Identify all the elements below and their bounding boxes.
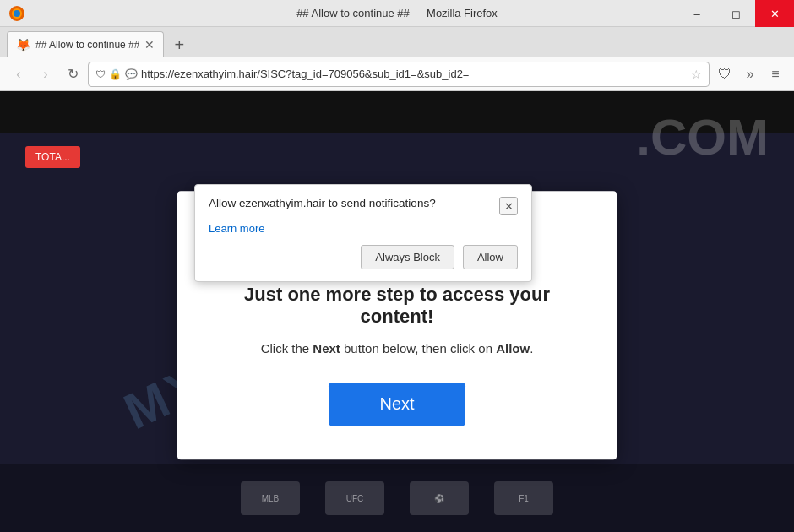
subtext-middle: button below, then click on	[340, 341, 496, 356]
tab-close-button[interactable]: ✕	[144, 38, 155, 52]
window-title: ## Allow to continue ## — Mozilla Firefo…	[296, 7, 498, 19]
subtext-next-bold: Next	[313, 341, 340, 356]
subtext-suffix: .	[530, 341, 533, 356]
bookmark-star-icon[interactable]: ☆	[691, 68, 702, 81]
protection-icon: 🛡	[95, 68, 106, 80]
popup-close-button[interactable]: ✕	[499, 197, 518, 215]
url-text: https://ezenxathyim.hair/SISC?tag_id=709…	[141, 68, 688, 80]
modal-heading: Just one more step to access your conten…	[211, 284, 583, 328]
subscribe-button: TOTA...	[25, 146, 80, 168]
active-tab[interactable]: 🦊 ## Allow to continue ## ✕	[7, 31, 164, 57]
popup-buttons: Always Block Allow	[209, 245, 518, 269]
page-background: .COM MYANTISPYWARE TOTA... MLB UFC ⚽ F1 …	[0, 91, 794, 532]
window-controls: – ◻ ✕	[677, 0, 794, 27]
popup-title: Allow ezenxathyim.hair to send notificat…	[209, 197, 499, 209]
restore-button[interactable]: ◻	[716, 0, 755, 27]
firefox-logo	[8, 5, 25, 22]
tab-title: ## Allow to continue ##	[35, 39, 139, 51]
address-bar[interactable]: 🛡 🔒 💬 https://ezenxathyim.hair/SISC?tag_…	[88, 62, 710, 87]
notification-permission-icon: 💬	[125, 68, 138, 80]
minimize-button[interactable]: –	[677, 0, 716, 27]
toolbar-right: 🛡 » ≡	[713, 62, 787, 86]
svg-point-2	[14, 10, 20, 17]
logo-mlb: MLB	[241, 481, 300, 515]
title-bar: ## Allow to continue ## — Mozilla Firefo…	[0, 0, 794, 27]
logo-ufc: UFC	[325, 481, 384, 515]
forward-button[interactable]: ›	[34, 62, 57, 86]
popup-header: Allow ezenxathyim.hair to send notificat…	[209, 197, 518, 215]
tab-bar: 🦊 ## Allow to continue ## ✕ +	[0, 27, 794, 57]
close-button[interactable]: ✕	[755, 0, 794, 27]
lock-icon: 🔒	[109, 68, 122, 80]
new-tab-button[interactable]: +	[167, 33, 191, 57]
learn-more-link[interactable]: Learn more	[209, 222, 518, 235]
allow-button[interactable]: Allow	[463, 245, 518, 269]
toolbar: ‹ › ↻ 🛡 🔒 💬 https://ezenxathyim.hair/SIS…	[0, 57, 794, 91]
browser-window: ## Allow to continue ## — Mozilla Firefo…	[0, 0, 794, 532]
subtext-allow-bold: Allow	[496, 341, 530, 356]
next-button[interactable]: Next	[329, 383, 465, 426]
site-com-text: .COM	[636, 108, 769, 166]
menu-button[interactable]: ≡	[764, 62, 787, 86]
logo-soccer: ⚽	[410, 481, 469, 515]
close-icon: ✕	[504, 200, 514, 213]
page-content: .COM MYANTISPYWARE TOTA... MLB UFC ⚽ F1 …	[0, 91, 794, 532]
back-button[interactable]: ‹	[7, 62, 30, 86]
subtext-prefix: Click the	[261, 341, 313, 356]
sponsor-logos: MLB UFC ⚽ F1	[0, 464, 794, 532]
logo-f1: F1	[494, 481, 553, 515]
tab-favicon: 🦊	[16, 38, 30, 52]
modal-subtext: Click the Next button below, then click …	[261, 339, 534, 359]
shield-button[interactable]: 🛡	[713, 62, 737, 86]
always-block-button[interactable]: Always Block	[361, 245, 454, 269]
refresh-button[interactable]: ↻	[61, 62, 84, 86]
extensions-button[interactable]: »	[738, 62, 762, 86]
notification-permission-popup: Allow ezenxathyim.hair to send notificat…	[194, 184, 532, 282]
